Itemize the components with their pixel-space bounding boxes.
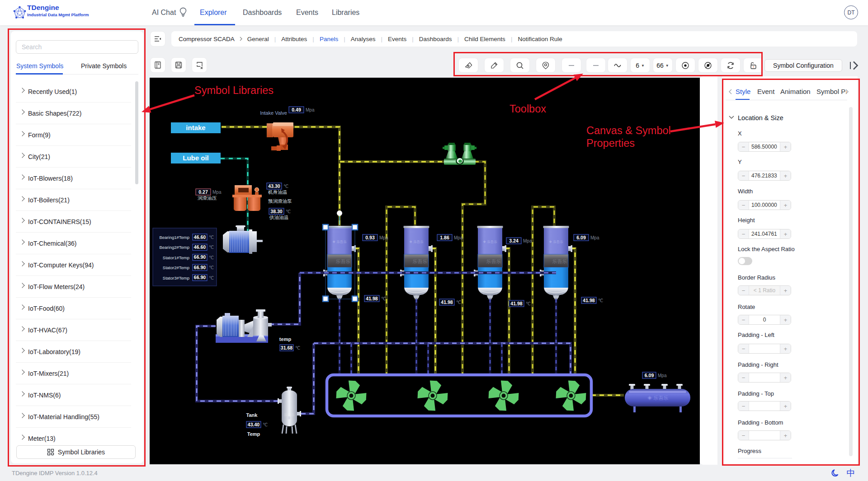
svg-text:❖ 乐吾乐: ❖ 乐吾乐 bbox=[549, 240, 563, 244]
svg-text:Bearing2#Temp: Bearing2#Temp bbox=[159, 245, 189, 250]
svg-text:℃: ℃ bbox=[598, 298, 603, 303]
svg-text:℃: ℃ bbox=[456, 300, 461, 305]
svg-text:Mpa: Mpa bbox=[212, 190, 222, 195]
svg-text:38.30: 38.30 bbox=[270, 209, 282, 214]
svg-text:66.90: 66.90 bbox=[194, 275, 206, 280]
svg-text:Temp: Temp bbox=[247, 431, 260, 437]
svg-text:❖ 乐吾乐: ❖ 乐吾乐 bbox=[332, 240, 347, 244]
svg-text:◈ 乐吾乐: ◈ 乐吾乐 bbox=[647, 395, 668, 401]
svg-text:乐吾乐: 乐吾乐 bbox=[413, 259, 428, 264]
svg-text:❖ 乐吾乐: ❖ 乐吾乐 bbox=[483, 240, 497, 244]
svg-text:℃: ℃ bbox=[283, 184, 288, 189]
svg-text:Stator2#Temp: Stator2#Temp bbox=[163, 265, 189, 270]
svg-text:Mpa: Mpa bbox=[658, 373, 667, 378]
svg-text:乐吾乐: 乐吾乐 bbox=[552, 259, 567, 264]
svg-text:41.98: 41.98 bbox=[441, 299, 453, 305]
svg-text:6.09: 6.09 bbox=[645, 373, 654, 378]
svg-text:预润滑油泵: 预润滑油泵 bbox=[268, 198, 292, 204]
svg-text:润滑油压: 润滑油压 bbox=[198, 195, 217, 201]
svg-text:0.27: 0.27 bbox=[198, 189, 208, 195]
svg-text:Stator3#Temp: Stator3#Temp bbox=[163, 276, 189, 280]
svg-text:Mpa: Mpa bbox=[523, 238, 532, 243]
svg-text:℃: ℃ bbox=[286, 209, 291, 214]
svg-text:乐吾乐: 乐吾乐 bbox=[284, 413, 295, 417]
svg-text:Mpa: Mpa bbox=[306, 107, 315, 112]
svg-text:66.90: 66.90 bbox=[194, 254, 206, 260]
svg-text:intake: intake bbox=[186, 124, 205, 131]
svg-text:41.98: 41.98 bbox=[366, 296, 377, 301]
svg-text:6.09: 6.09 bbox=[576, 235, 586, 240]
svg-text:3.24: 3.24 bbox=[509, 238, 519, 243]
svg-text:℃: ℃ bbox=[295, 346, 300, 350]
svg-text:31.68: 31.68 bbox=[281, 345, 292, 350]
svg-text:temp: temp bbox=[279, 336, 292, 342]
svg-text:46.60: 46.60 bbox=[194, 234, 206, 240]
svg-text:℃: ℃ bbox=[209, 245, 214, 250]
svg-text:Mpa: Mpa bbox=[590, 235, 599, 240]
svg-text:℃: ℃ bbox=[381, 296, 386, 301]
svg-text:乐吾乐: 乐吾乐 bbox=[336, 259, 351, 264]
svg-text:℃: ℃ bbox=[263, 422, 268, 427]
svg-text:机身油温: 机身油温 bbox=[268, 189, 288, 195]
svg-text:℃: ℃ bbox=[526, 301, 531, 306]
svg-text:0.93: 0.93 bbox=[365, 235, 375, 240]
svg-text:Stator1#Temp: Stator1#Temp bbox=[163, 255, 189, 260]
svg-text:Lube oil: Lube oil bbox=[183, 154, 209, 162]
svg-text:0.49: 0.49 bbox=[292, 107, 301, 112]
svg-text:43.30: 43.30 bbox=[268, 183, 280, 189]
svg-text:Tank: Tank bbox=[246, 412, 258, 418]
svg-text:Bearing1#Temp: Bearing1#Temp bbox=[159, 235, 189, 240]
svg-text:乐吾乐: 乐吾乐 bbox=[486, 259, 501, 264]
svg-text:℃: ℃ bbox=[209, 265, 214, 270]
svg-text:Intake Valve: Intake Valve bbox=[260, 110, 287, 116]
svg-text:中: 中 bbox=[847, 468, 855, 478]
svg-text:1.86: 1.86 bbox=[440, 235, 449, 240]
svg-text:℃: ℃ bbox=[209, 235, 214, 240]
svg-text:46.60: 46.60 bbox=[194, 244, 206, 250]
svg-text:❖ 乐吾乐: ❖ 乐吾乐 bbox=[409, 240, 424, 244]
svg-text:41.98: 41.98 bbox=[510, 301, 522, 306]
svg-text:Mpa: Mpa bbox=[454, 235, 463, 240]
svg-text:℃: ℃ bbox=[209, 255, 214, 260]
svg-text:43.40: 43.40 bbox=[248, 422, 259, 427]
svg-text:℃: ℃ bbox=[209, 276, 214, 280]
svg-text:66.90: 66.90 bbox=[194, 265, 206, 270]
svg-text:Mpa: Mpa bbox=[379, 235, 388, 240]
svg-text:供油油温: 供油油温 bbox=[269, 215, 289, 220]
svg-text:41.98: 41.98 bbox=[583, 298, 594, 303]
